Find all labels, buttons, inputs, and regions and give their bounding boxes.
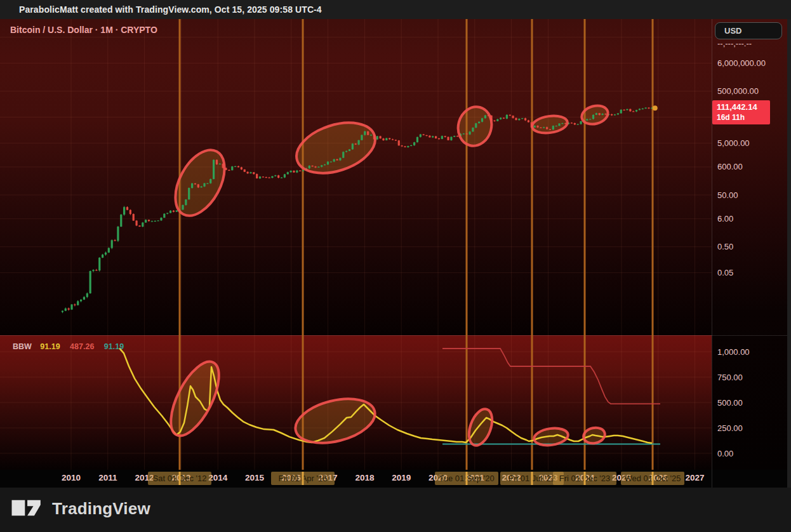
candle — [352, 143, 354, 149]
candle — [561, 123, 563, 124]
candle — [312, 166, 314, 166]
candle — [302, 170, 304, 171]
bbw-upper-band-line — [442, 349, 660, 404]
candle — [237, 166, 239, 168]
bbw-tick-label[interactable]: 1,000.00 — [717, 347, 750, 357]
price-tick-label[interactable]: 5,000.00 — [717, 138, 750, 148]
event-line-axis-tick — [466, 472, 468, 485]
candle — [98, 258, 100, 270]
event-line-axis-tick — [531, 472, 533, 485]
candle — [262, 176, 264, 177]
candle — [246, 172, 248, 173]
candle — [617, 113, 619, 114]
event-line-axis-tick — [302, 472, 304, 485]
price-tick-label[interactable]: 0.05 — [717, 268, 733, 277]
candle — [361, 135, 362, 140]
candle — [77, 301, 79, 305]
candle — [595, 113, 597, 115]
candle — [509, 115, 511, 116]
candle — [249, 172, 251, 173]
candle — [173, 211, 175, 212]
candle — [80, 300, 82, 301]
event-line-axis-tick — [584, 472, 586, 485]
price-tick-label[interactable]: 0.50 — [717, 242, 733, 251]
candle — [496, 119, 498, 121]
candle — [413, 142, 415, 145]
candle — [447, 137, 449, 140]
candle — [364, 131, 366, 135]
candle — [216, 160, 218, 164]
candle — [639, 109, 641, 110]
candle — [475, 123, 477, 128]
candle — [623, 110, 625, 110]
chart-canvas[interactable]: 2010201120122013201420152016201720182019… — [0, 0, 791, 532]
year-label[interactable]: 2015 — [245, 473, 265, 482]
candle — [435, 136, 437, 138]
bbw-tick-label[interactable]: 500.00 — [717, 398, 743, 408]
candle — [151, 221, 153, 222]
candle — [632, 111, 634, 112]
candle — [327, 162, 329, 165]
candle — [62, 311, 63, 312]
currency-toggle-button[interactable]: USD — [715, 22, 782, 39]
candle — [349, 149, 350, 151]
candle — [83, 297, 85, 300]
candle — [157, 220, 159, 221]
candle — [500, 118, 502, 119]
candle — [521, 118, 523, 119]
candle — [484, 116, 486, 119]
bbw-tick-label[interactable]: 0.00 — [717, 449, 733, 458]
tradingview-logo[interactable]: TradingView — [10, 498, 150, 519]
candle — [70, 305, 72, 310]
candle — [601, 114, 603, 115]
bbw-tick-label[interactable]: 250.00 — [717, 423, 743, 433]
price-tick-label[interactable]: 50.00 — [717, 190, 738, 200]
candle — [478, 122, 480, 123]
candle — [370, 135, 372, 135]
candle — [429, 136, 430, 138]
candle — [130, 210, 131, 214]
candle — [135, 221, 137, 226]
candle — [209, 179, 211, 183]
attribution-bar: ParabolicMatt created with TradingView.c… — [0, 0, 791, 19]
year-label[interactable]: 2018 — [355, 473, 375, 482]
candle — [453, 136, 455, 137]
year-label[interactable]: 2011 — [98, 473, 117, 482]
year-label[interactable]: 2027 — [686, 473, 705, 482]
price-tick-clipped: --,---,---.-- — [717, 39, 752, 48]
candle — [269, 178, 270, 178]
candle — [410, 145, 412, 146]
candle — [441, 136, 443, 139]
price-tick-label[interactable]: 500,000.00 — [717, 86, 759, 96]
candle — [463, 133, 465, 134]
candle — [481, 118, 483, 122]
bbw-value-upper: 487.26 — [70, 342, 94, 351]
candle — [580, 121, 582, 124]
candle — [277, 175, 279, 178]
bbw-legend[interactable]: BBW 91.19 487.26 91.19 — [13, 342, 124, 351]
candle — [114, 240, 116, 241]
year-label[interactable]: 2010 — [62, 473, 81, 482]
price-tick-label[interactable]: 6,000,000.00 — [717, 58, 766, 68]
bbw-tick-label[interactable]: 750.00 — [717, 373, 743, 382]
bbw-indicator-name: BBW — [13, 342, 32, 351]
candle — [105, 253, 107, 255]
candle — [389, 138, 390, 140]
candle — [296, 171, 298, 173]
candle — [234, 166, 236, 167]
candle — [586, 119, 588, 120]
candle — [438, 138, 440, 139]
candle — [287, 172, 289, 174]
candle — [512, 116, 514, 118]
candle — [102, 255, 103, 258]
candle — [380, 136, 382, 138]
candle — [206, 183, 208, 184]
candle — [528, 121, 529, 123]
candle — [142, 223, 143, 227]
candle — [577, 124, 579, 124]
price-tick-label[interactable]: 600.00 — [717, 162, 743, 171]
price-tick-label[interactable]: 6.00 — [717, 214, 733, 223]
candle — [385, 138, 387, 140]
year-label[interactable]: 2019 — [392, 473, 411, 482]
candle — [404, 146, 406, 147]
